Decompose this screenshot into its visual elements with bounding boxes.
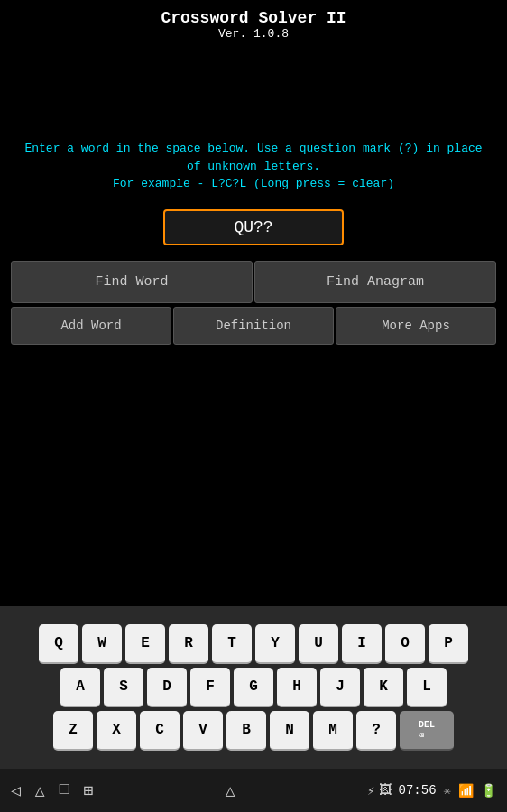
status-icons: ⚡ 🖼 [367,783,391,798]
battery-icon: 🔋 [481,783,496,798]
time-display: 07:56 [399,783,437,798]
key-p[interactable]: P [429,624,468,664]
find-anagram-button[interactable]: Find Anagram [254,261,496,303]
home-button[interactable]: △ [35,780,45,800]
key-q[interactable]: Q [39,624,78,664]
app-title: Crossword Solver II [161,9,346,27]
key-u[interactable]: U [299,624,338,664]
key-w[interactable]: W [82,624,122,664]
key-question[interactable]: ? [356,711,396,751]
key-h[interactable]: H [277,668,317,707]
key-f[interactable]: F [190,668,230,707]
key-x[interactable]: X [97,711,136,751]
add-word-button[interactable]: Add Word [11,307,171,345]
signal-icon: 📶 [458,783,474,798]
key-v[interactable]: V [183,711,223,751]
key-s[interactable]: S [104,668,143,707]
key-b[interactable]: B [226,711,266,751]
app-version: Ver. 1.0.8 [161,27,346,41]
back-button[interactable]: ◁ [11,780,21,800]
key-d[interactable]: D [147,668,187,707]
buttons-row-1: Find Word Find Anagram [10,260,497,304]
key-a[interactable]: A [60,668,100,707]
instruction-line1: Enter a word in the space below. Use a q… [24,142,482,173]
word-input[interactable] [163,209,344,245]
keyboard-row-3: Z X C V B N M ? DEL⌫ [53,711,454,751]
image-icon: 🖼 [379,783,392,798]
navigation-bar: ◁ △ □ ⊞ △ ⚡ 🖼 07:56 ✳ 📶 🔋 [0,769,507,812]
key-t[interactable]: T [212,624,252,664]
key-z[interactable]: Z [53,711,93,751]
more-apps-button[interactable]: More Apps [336,307,496,345]
keyboard-row-2: A S D F G H J K L [60,668,447,707]
bluetooth-icon: ✳ [444,783,451,798]
nav-left-group: ◁ △ □ ⊞ [11,780,93,800]
keyboard-row-1: Q W E R T Y U I O P [39,624,468,664]
find-word-button[interactable]: Find Word [11,261,253,303]
key-e[interactable]: E [125,624,165,664]
key-l[interactable]: L [407,668,447,707]
instruction-line2: For example - L?C?L (Long press = clear) [113,177,394,190]
usb-icon: ⚡ [367,783,374,798]
key-c[interactable]: C [140,711,180,751]
title-section: Crossword Solver II Ver. 1.0.8 [161,9,346,41]
key-g[interactable]: G [234,668,273,707]
definition-button[interactable]: Definition [173,307,334,345]
buttons-row-2: Add Word Definition More Apps [10,306,497,346]
key-i[interactable]: I [342,624,382,664]
scan-button[interactable]: ⊞ [84,780,94,800]
key-m[interactable]: M [313,711,353,751]
key-j[interactable]: J [320,668,360,707]
key-n[interactable]: N [270,711,309,751]
recents-button[interactable]: □ [60,780,69,800]
key-y[interactable]: Y [255,624,295,664]
key-k[interactable]: K [364,668,403,707]
keyboard: Q W E R T Y U I O P A S D F G H J K L Z … [0,606,507,769]
instruction-text: Enter a word in the space below. Use a q… [0,140,507,193]
key-r[interactable]: R [169,624,208,664]
key-o[interactable]: O [385,624,425,664]
up-button[interactable]: △ [226,780,235,800]
nav-right-group: ⚡ 🖼 07:56 ✳ 📶 🔋 [367,783,496,798]
nav-center-group: △ [226,780,235,800]
key-delete[interactable]: DEL⌫ [400,711,454,751]
